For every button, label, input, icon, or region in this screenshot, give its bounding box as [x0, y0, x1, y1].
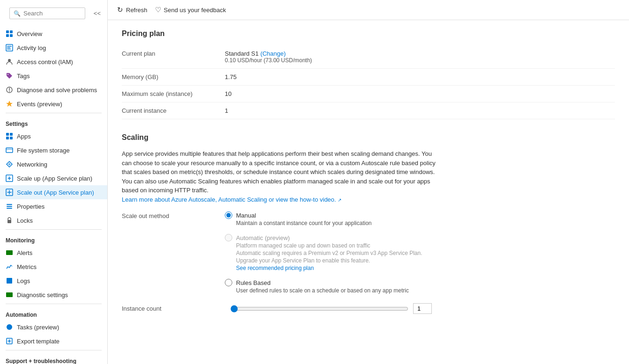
instance-count-input[interactable]	[413, 303, 432, 314]
rules-based-option: Rules Based User defined rules to scale …	[225, 279, 422, 294]
nav-networking-label: Networking	[17, 161, 47, 168]
rules-based-desc: User defined rules to scale on a schedul…	[236, 287, 422, 294]
search-input[interactable]	[23, 10, 81, 17]
svg-rect-0	[6, 30, 9, 33]
rules-based-radio[interactable]	[225, 279, 232, 286]
alerts-icon	[6, 249, 13, 256]
instance-slider[interactable]	[230, 305, 408, 313]
svg-rect-2	[6, 34, 9, 37]
monitoring-divider	[6, 229, 102, 230]
overview-icon	[6, 30, 13, 37]
change-link[interactable]: (Change)	[260, 50, 286, 57]
nav-tags-label: Tags	[17, 73, 30, 80]
scale-out-method-label: Scale out method	[122, 211, 225, 219]
automatic-label: Automatic (preview)	[236, 234, 290, 241]
svg-rect-3	[10, 34, 13, 37]
howto-link[interactable]: Automatic Scaling or view the how-to vid…	[218, 196, 341, 203]
nav-properties[interactable]: Properties	[0, 199, 107, 213]
svg-rect-20	[7, 208, 12, 209]
nav-locks[interactable]: Locks	[0, 213, 107, 227]
nav-tags[interactable]: Tags	[0, 69, 107, 83]
nav-logs[interactable]: Logs	[0, 274, 107, 288]
nav-tasks-label: Tasks (preview)	[17, 324, 59, 331]
max-scale-label: Maximum scale (instance)	[122, 90, 225, 97]
manual-radio[interactable]	[225, 211, 232, 219]
diagnose-icon	[6, 86, 13, 94]
properties-icon	[6, 203, 13, 210]
feedback-button[interactable]: ♡ Send us your feedback	[155, 4, 226, 16]
svg-rect-19	[7, 206, 12, 207]
nav-alerts[interactable]: Alerts	[0, 246, 107, 260]
current-plan-sub: 0.10 USD/hour (73.00 USD/month)	[225, 57, 312, 64]
nav-export-template[interactable]: Export template	[0, 334, 107, 348]
slider-container	[230, 303, 432, 314]
nav-events[interactable]: Events (preview)	[0, 97, 107, 111]
current-plan-row: Current plan Standard S1 (Change) 0.10 U…	[122, 45, 615, 69]
svg-rect-18	[7, 204, 12, 205]
metrics-icon	[6, 263, 13, 270]
svg-rect-1	[10, 30, 13, 33]
nav-alerts-label: Alerts	[17, 249, 32, 256]
nav-events-label: Events (preview)	[17, 101, 62, 108]
monitoring-label: Monitoring	[0, 232, 107, 246]
nav-scale-up[interactable]: Scale up (App Service plan)	[0, 171, 107, 185]
svg-rect-15	[6, 148, 13, 153]
autoscale-link[interactable]: Learn more about Azure Autoscale,	[122, 196, 217, 203]
nav-scale-out[interactable]: Scale out (App Service plan)	[0, 185, 107, 199]
memory-row: Memory (GB) 1.75	[122, 69, 615, 86]
current-instance-value: 1	[225, 107, 228, 114]
support-label: Support + troubleshooting	[0, 352, 107, 364]
svg-rect-21	[7, 220, 11, 223]
apps-icon	[6, 132, 13, 140]
events-icon	[6, 100, 13, 108]
svg-point-25	[7, 324, 12, 330]
scaleout-icon	[6, 189, 13, 196]
nav-file-system[interactable]: File system storage	[0, 143, 107, 157]
svg-point-8	[8, 59, 11, 62]
nav-diagnose-label: Diagnose and solve problems	[17, 87, 97, 94]
see-pricing-link[interactable]: See recommended pricing plan	[236, 265, 314, 271]
nav-apps-label: Apps	[17, 133, 31, 140]
automatic-desc2: Automatic scaling requires a Premium v2 …	[236, 250, 422, 256]
automatic-radio[interactable]	[225, 234, 232, 241]
pricing-table: Current plan Standard S1 (Change) 0.10 U…	[122, 45, 615, 119]
svg-rect-5	[7, 46, 12, 47]
nav-export-label: Export template	[17, 338, 59, 345]
nav-overview[interactable]: Overview	[0, 27, 107, 41]
scaling-title: Scaling	[122, 133, 615, 142]
instance-count-label: Instance count	[122, 305, 225, 312]
nav-logs-label: Logs	[17, 277, 30, 284]
nav-scaleout-label: Scale out (App Service plan)	[17, 189, 94, 196]
refresh-icon: ↻	[117, 6, 123, 14]
nav-tasks[interactable]: Tasks (preview)	[0, 320, 107, 334]
locks-icon	[6, 217, 13, 224]
nav-activity-log[interactable]: Activity log	[0, 41, 107, 55]
nav-diagnose[interactable]: Diagnose and solve problems	[0, 83, 107, 97]
nav-diagnostic-settings[interactable]: Diagnostic settings	[0, 288, 107, 302]
nav-activity-label: Activity log	[17, 44, 46, 51]
scaleup-icon	[6, 175, 13, 182]
nav-properties-label: Properties	[17, 203, 44, 210]
feedback-icon: ♡	[155, 6, 161, 14]
svg-rect-12	[10, 133, 13, 136]
nav-metrics[interactable]: Metrics	[0, 260, 107, 274]
collapse-sidebar-button[interactable]: <<	[92, 8, 103, 19]
feedback-label: Send us your feedback	[164, 7, 226, 14]
search-box[interactable]: 🔍	[9, 7, 85, 19]
nav-access-control[interactable]: Access control (IAM)	[0, 55, 107, 69]
svg-rect-23	[7, 278, 12, 284]
svg-rect-7	[7, 49, 11, 50]
svg-rect-6	[7, 47, 10, 48]
refresh-button[interactable]: ↻ Refresh	[117, 4, 148, 16]
automation-divider	[6, 304, 102, 304]
scale-out-method-row: Scale out method Manual Maintain a const…	[122, 211, 615, 294]
settings-label: Settings	[0, 115, 107, 129]
current-plan-label: Current plan	[122, 50, 225, 57]
nav-diagset-label: Diagnostic settings	[17, 291, 68, 298]
current-instance-row: Current instance 1	[122, 102, 615, 119]
nav-networking[interactable]: Networking	[0, 157, 107, 171]
nav-apps[interactable]: Apps	[0, 129, 107, 143]
automatic-desc1: Platform managed scale up and down based…	[236, 242, 422, 249]
nav-locks-label: Locks	[17, 217, 33, 224]
network-icon	[6, 160, 13, 168]
